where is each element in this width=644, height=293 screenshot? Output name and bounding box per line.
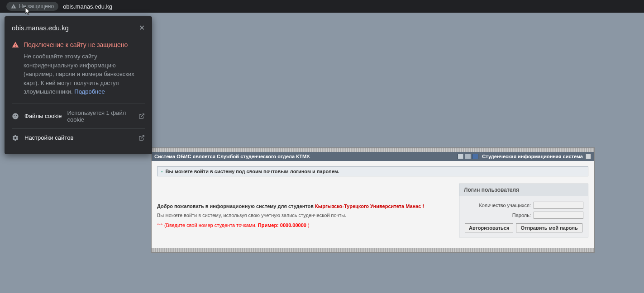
- student-number-label: Количество учащихся:: [479, 203, 531, 208]
- login-panel: Логин пользователя Количество учащихся: …: [459, 184, 588, 237]
- svg-point-2: [16, 115, 17, 116]
- password-label: Пароль:: [512, 213, 531, 218]
- not-secure-badge[interactable]: Не защищено: [6, 2, 58, 11]
- title-right: Студенческая информационная система: [482, 154, 583, 159]
- window-title-bar: Система ОБИС является Службой студенческ…: [152, 152, 594, 161]
- lang-box-3[interactable]: [472, 154, 478, 159]
- svg-line-4: [141, 113, 144, 116]
- site-settings-label: Настройки сайтов: [24, 134, 73, 141]
- hint-bar: ▪ Вы можете войти в систему под своим по…: [157, 166, 588, 176]
- hint-text: Вы можете войти в систему под своим почт…: [166, 169, 339, 174]
- title-color-boxes: [458, 154, 478, 159]
- gear-icon: [12, 134, 19, 142]
- browser-address-bar: Не защищено obis.manas.edu.kg: [0, 0, 644, 13]
- login-panel-title: Логин пользователя: [459, 184, 588, 196]
- cookies-label: Файлы cookie: [24, 113, 62, 119]
- popup-domain: obis.manas.edu.kg: [12, 24, 69, 32]
- popup-warning-title: Подключение к сайту не защищено: [24, 41, 128, 48]
- welcome-line-2: Вы можете войти в систему, используя сво…: [157, 213, 452, 218]
- url-text[interactable]: obis.manas.edu.kg: [63, 3, 112, 10]
- welcome-line-3: *** (Введите свой номер студента точками…: [157, 222, 452, 228]
- external-link-icon: [138, 113, 145, 119]
- warning-triangle-icon: [12, 41, 19, 48]
- welcome-section: Добро пожаловать в информационную систем…: [157, 184, 452, 237]
- cookies-row[interactable]: Файлы cookie Используется 1 файл cookie: [12, 104, 145, 128]
- password-row: Пароль:: [464, 212, 583, 219]
- login-button[interactable]: Авторизоваться: [465, 223, 513, 232]
- app-window: Система ОБИС является Службой студенческ…: [151, 147, 595, 253]
- cookies-detail: Используется 1 файл cookie: [67, 109, 134, 123]
- lang-box-1[interactable]: [458, 154, 464, 159]
- learn-more-link[interactable]: Подробнее: [74, 88, 105, 95]
- send-password-button[interactable]: Отправить мой пароль: [516, 223, 582, 232]
- site-info-popup: obis.manas.edu.kg ✕ Подключение к сайту …: [5, 16, 152, 154]
- hint-bullet-icon: ▪: [161, 169, 163, 174]
- svg-point-1: [14, 115, 14, 116]
- password-input[interactable]: [534, 212, 583, 219]
- title-left: Система ОБИС является Службой студенческ…: [154, 154, 458, 159]
- svg-point-3: [14, 117, 15, 118]
- student-number-row: Количество учащихся:: [464, 202, 583, 209]
- content-body: ▪ Вы можете войти в систему под своим по…: [152, 161, 594, 248]
- not-secure-label: Не защищено: [19, 3, 54, 9]
- popup-warning-body: Не сообщайте этому сайту конфиденциальну…: [24, 52, 145, 96]
- title-end-box: [586, 154, 591, 159]
- welcome-line-1: Добро пожаловать в информационную систем…: [157, 203, 452, 209]
- external-link-icon: [138, 135, 145, 141]
- student-id-example: Пример: 0000.00000: [258, 222, 306, 228]
- cookie-icon: [12, 113, 19, 120]
- lang-box-2[interactable]: [465, 154, 471, 159]
- student-number-input[interactable]: [534, 202, 583, 209]
- site-settings-row[interactable]: Настройки сайтов: [12, 128, 145, 147]
- svg-point-0: [12, 113, 18, 119]
- popup-close-button[interactable]: ✕: [139, 24, 145, 32]
- university-name: Кыргызско-Турецкого Университета Манас !: [315, 203, 424, 209]
- window-bottom-stripe: [152, 248, 594, 252]
- warning-icon: [11, 4, 16, 9]
- svg-line-5: [141, 135, 144, 138]
- window-top-stripe: [152, 148, 594, 152]
